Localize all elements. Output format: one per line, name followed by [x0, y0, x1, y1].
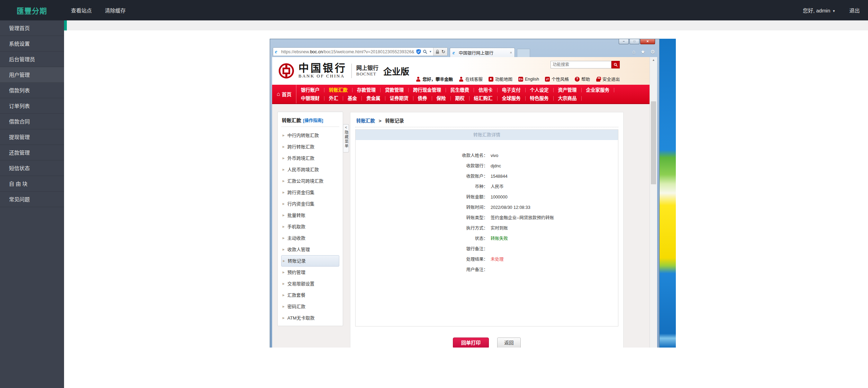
- utility-link[interactable]: 安全退出: [596, 76, 620, 82]
- menu-item[interactable]: 跨行资金归集: [281, 187, 339, 198]
- home-icon[interactable]: [632, 49, 635, 55]
- nav-item[interactable]: 转账汇款: [324, 88, 352, 92]
- operation-guide-link[interactable]: [操作指南]: [303, 118, 323, 123]
- utility-link[interactable]: 功能地图: [489, 76, 512, 82]
- menu-item[interactable]: 中行内转账汇款: [281, 130, 339, 141]
- favorites-star-icon[interactable]: [641, 49, 645, 55]
- nav-item[interactable]: 企业家服务: [582, 88, 615, 92]
- address-bar[interactable]: https://ebsnew. boc.cn /boc15/welcome.ht…: [273, 47, 448, 56]
- menu-item[interactable]: 预约管理: [281, 267, 339, 278]
- search-button[interactable]: [611, 61, 620, 68]
- person-icon: [459, 77, 464, 82]
- menu-item[interactable]: 手机取款: [281, 221, 339, 232]
- menu-item[interactable]: 批量转账: [281, 210, 339, 221]
- nav-item[interactable]: 中银理财: [296, 96, 324, 101]
- sidebar-item[interactable]: 常见问题: [0, 192, 64, 207]
- sidebar-item[interactable]: 系统设置: [0, 36, 64, 52]
- close-button[interactable]: [640, 39, 655, 44]
- page-scrollbar[interactable]: [650, 57, 657, 348]
- sidebar-item[interactable]: 还款管理: [0, 145, 64, 160]
- back-button[interactable]: 返回: [497, 338, 521, 348]
- nav-item[interactable]: 电子支付: [498, 88, 526, 92]
- minimize-button[interactable]: [619, 39, 629, 44]
- nav-home[interactable]: 首页: [272, 85, 296, 103]
- window-controls: [619, 39, 655, 44]
- menu-item[interactable]: 转账记录: [281, 255, 339, 267]
- sidebar-item[interactable]: 用户管理: [0, 67, 64, 83]
- close-icon: [646, 40, 648, 43]
- menu-item[interactable]: 跨行转账汇款: [281, 141, 339, 153]
- chevron-down-icon[interactable]: ▼: [429, 50, 432, 53]
- nav-item[interactable]: 特色服务: [526, 96, 554, 101]
- nav-item[interactable]: 贷款管理: [381, 88, 409, 92]
- bank-greeting: 您好，攀丰金融: [416, 76, 453, 82]
- detail-label: 转账金额：: [356, 192, 488, 202]
- sidebar-item[interactable]: 管理首页: [0, 20, 64, 36]
- menu-item[interactable]: 外币跨境汇款: [281, 153, 339, 164]
- nav-item[interactable]: 大宗商品: [554, 96, 582, 101]
- menu-item[interactable]: 汇款套餐: [281, 289, 339, 301]
- nav-item[interactable]: 资产管理: [554, 88, 582, 92]
- refresh-icon[interactable]: [441, 49, 445, 54]
- sidebar-item[interactable]: 自 由 块: [0, 176, 64, 192]
- menu-item[interactable]: 人民币跨境汇款: [281, 164, 339, 175]
- scrollbar-thumb[interactable]: [651, 101, 656, 184]
- nav-item[interactable]: 全球服务: [498, 96, 526, 101]
- nav-item[interactable]: 贵金属: [362, 96, 385, 101]
- utility-link[interactable]: 帮助: [575, 76, 590, 82]
- nav-item[interactable]: 个人设定: [526, 88, 554, 92]
- menu-item[interactable]: 交易限额设置: [281, 278, 339, 289]
- new-tab-button[interactable]: [517, 49, 530, 57]
- utility-link[interactable]: 在线客服: [459, 76, 483, 82]
- triangle-right-icon: [283, 221, 285, 232]
- nav-item[interactable]: 基金: [343, 96, 362, 101]
- utility-link[interactable]: 个性风格: [545, 76, 569, 82]
- sidebar-item[interactable]: 订单列表: [0, 98, 64, 114]
- sidebar-item[interactable]: 提现管理: [0, 129, 64, 145]
- nav-item[interactable]: 债券: [413, 96, 432, 101]
- scroll-up-arrow[interactable]: [650, 57, 657, 63]
- function-search-input[interactable]: [551, 61, 611, 68]
- nav-item[interactable]: 信用卡: [474, 88, 498, 92]
- nav-item[interactable]: 保险: [432, 96, 451, 101]
- topbar-menu-item[interactable]: 清除缓存: [105, 7, 126, 14]
- logout-button[interactable]: 退出: [849, 7, 860, 14]
- menu-item[interactable]: ATM无卡取款: [281, 312, 339, 324]
- tab-close-icon[interactable]: [510, 50, 512, 55]
- sidebar-item[interactable]: 借款列表: [0, 83, 64, 98]
- settings-gear-icon[interactable]: [651, 49, 655, 55]
- sidebar-item[interactable]: 借款合同: [0, 114, 64, 129]
- sidebar-item[interactable]: 短信状态: [0, 160, 64, 176]
- menu-item[interactable]: 主动收款: [281, 232, 339, 244]
- sidebar-item[interactable]: 后台管理员: [0, 52, 64, 67]
- search-icon[interactable]: [423, 49, 427, 54]
- nav-item[interactable]: 证券期货: [385, 96, 413, 101]
- topbar-menu-item[interactable]: 查看站点: [71, 7, 92, 14]
- print-receipt-button[interactable]: 回单打印: [453, 338, 489, 348]
- maximize-button[interactable]: [629, 39, 639, 44]
- nav-item[interactable]: 期权: [451, 96, 469, 101]
- bank-main-nav: 首页 银行账户转账汇款存款管理贷款管理跨行现金管理民生缴费信用卡电子支付个人设定…: [272, 85, 657, 104]
- admin-greeting: 您好, admin: [803, 8, 830, 13]
- nav-item[interactable]: 外汇: [324, 96, 343, 101]
- admin-user-dropdown[interactable]: 您好, admin: [803, 7, 835, 14]
- triangle-right-icon: [283, 198, 285, 210]
- nav-item[interactable]: 结汇购汇: [469, 96, 498, 101]
- detail-value: 2022/08/30 12:08:33: [491, 202, 530, 213]
- menu-title: 转账汇款[操作指南]: [281, 115, 339, 127]
- nav-item[interactable]: 跨行现金管理: [409, 88, 446, 92]
- nav-item[interactable]: 存款管理: [352, 88, 381, 92]
- menu-item[interactable]: 汇款公司跨境汇款: [281, 175, 339, 187]
- menu-item[interactable]: 密码汇款: [281, 301, 339, 312]
- menu-item[interactable]: 收款人管理: [281, 244, 339, 255]
- action-buttons: 回单打印 返回: [355, 338, 618, 348]
- nav-item[interactable]: 银行账户: [296, 88, 324, 92]
- nav-item[interactable]: 民生缴费: [446, 88, 474, 92]
- hide-menu-tab[interactable]: 隐藏菜单: [343, 124, 349, 153]
- admin-logo[interactable]: 匯豐分期: [0, 5, 64, 16]
- breadcrumb-parent[interactable]: 转账汇款: [356, 118, 375, 123]
- utility-link[interactable]: English: [518, 76, 539, 82]
- menu-item-label: 汇款公司跨境汇款: [287, 178, 323, 184]
- browser-tab[interactable]: 中国银行网上银行: [450, 48, 515, 57]
- menu-item[interactable]: 行内资金归集: [281, 198, 339, 210]
